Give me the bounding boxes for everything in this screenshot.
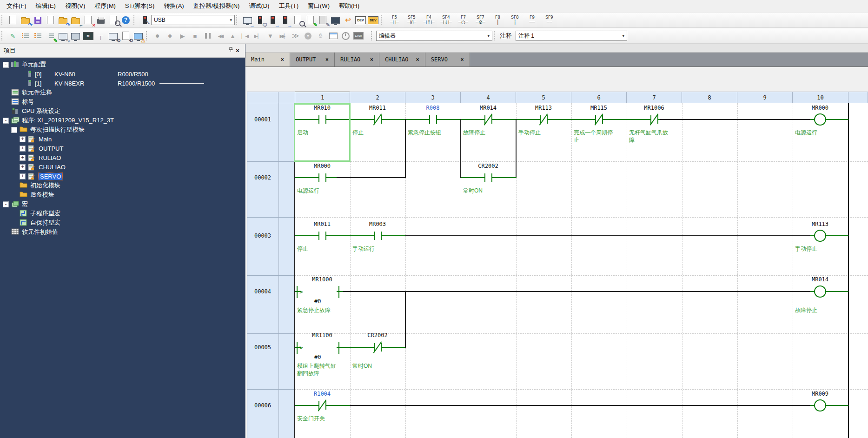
device-list-icon[interactable]: [20, 30, 31, 42]
collapse-icon[interactable]: -: [3, 201, 9, 207]
column-header-4[interactable]: 4: [460, 92, 516, 103]
plc-comment-icon[interactable]: 🗨︎: [254, 14, 266, 26]
compare-contact-mr1000[interactable]: >: [296, 286, 340, 298]
revert-transfer-icon[interactable]: ↩: [342, 14, 354, 26]
stopwatch-icon[interactable]: [340, 30, 351, 42]
rung-number[interactable]: 00003: [247, 232, 278, 239]
tree-item-device-comment[interactable]: 软元件注释: [0, 88, 245, 97]
toolbar-grip[interactable]: [236, 15, 239, 25]
step-forward-icon[interactable]: ▶▏: [252, 30, 264, 42]
fast-forward-icon[interactable]: ▶▶▏: [277, 30, 289, 42]
tree-item-subroutine-macro[interactable]: 子程序型宏: [0, 209, 245, 218]
coil-mr113[interactable]: [814, 230, 826, 242]
panel-close-icon[interactable]: ×: [234, 47, 241, 54]
contact-no-mr003[interactable]: [371, 231, 384, 241]
tab-ruliao[interactable]: RULIAO ×: [335, 53, 379, 66]
expand-icon[interactable]: +: [20, 146, 26, 152]
editor-mode-select[interactable]: 编辑器 ▾: [376, 31, 492, 41]
rung-number[interactable]: 00005: [247, 344, 278, 351]
coil-mr014[interactable]: [814, 285, 826, 298]
read-plc-icon[interactable]: →: [279, 14, 291, 26]
tree-item-scan-module-folder[interactable]: - 每次扫描执行型模块: [0, 125, 245, 134]
ladder-cursor-cell[interactable]: [294, 103, 351, 162]
clock-tool-icon[interactable]: 12:00: [352, 30, 364, 42]
collapse-icon[interactable]: -: [11, 127, 17, 133]
tab-servo[interactable]: SERVO ×: [425, 53, 470, 66]
toolbar-grip[interactable]: [1, 15, 4, 25]
tab-close-icon[interactable]: ×: [281, 56, 284, 63]
step-up-icon[interactable]: ▲: [227, 30, 239, 42]
expand-icon[interactable]: +: [20, 136, 26, 142]
device-list2-icon[interactable]: [32, 30, 44, 42]
pause-icon[interactable]: [202, 30, 213, 42]
contact-no-cr2002[interactable]: [481, 173, 495, 183]
contact-nc-mr1006[interactable]: [647, 114, 661, 125]
register-monitor-icon[interactable]: M: [82, 30, 94, 42]
tree-item-unit-0[interactable]: [0] KV-N60 R000/R500: [0, 69, 245, 79]
expand-icon[interactable]: +: [20, 173, 26, 179]
continue-icon[interactable]: ≫: [290, 30, 301, 42]
read-ladder-icon[interactable]: [45, 14, 56, 26]
expand-icon[interactable]: +: [20, 164, 26, 170]
menu-help[interactable]: 帮助(H): [334, 0, 364, 12]
fkey-sf7-not-coil[interactable]: SF7─⊘─: [472, 13, 489, 27]
tree-item-module-servo[interactable]: + SERVO: [0, 172, 245, 181]
connection-select[interactable]: USB ▾: [151, 15, 235, 25]
pc-alert-icon[interactable]: ⚠︎: [133, 30, 144, 42]
tab-close-icon[interactable]: ×: [416, 56, 419, 63]
menu-debug[interactable]: 调试(D): [244, 0, 274, 12]
trend-chart-icon[interactable]: ∿: [57, 30, 69, 42]
toolbar-grip[interactable]: [133, 15, 136, 25]
menu-edit[interactable]: 编辑(E): [31, 0, 60, 12]
contact-nc-r1004[interactable]: [315, 400, 329, 411]
fkey-sf9-delete-horizontal[interactable]: SF9┄┄: [541, 13, 558, 27]
download-circle-icon[interactable]: ▼: [302, 30, 314, 42]
paste-ladder-icon[interactable]: ⌐: [70, 14, 81, 26]
verify-icon[interactable]: ✎: [317, 14, 329, 26]
print-preview-icon[interactable]: [107, 14, 119, 26]
fkey-sf5-nc-contact[interactable]: SF5⊣/⊢: [403, 13, 420, 27]
tree-item-program[interactable]: - 程序: XL_20191209_V15_R12_3T: [0, 116, 245, 125]
menu-file[interactable]: 文件(F): [2, 0, 31, 12]
window-tool-icon[interactable]: [327, 30, 339, 42]
step-back-icon[interactable]: ▏◀: [239, 30, 251, 42]
toolbar-grip[interactable]: [146, 31, 149, 40]
tree-item-selfhold-macro[interactable]: 自保持型宏: [0, 218, 245, 227]
edit-comment-icon[interactable]: ✎: [305, 14, 316, 26]
find-device-icon[interactable]: [292, 14, 304, 26]
save-project-icon[interactable]: [32, 14, 44, 26]
import-ladder-icon[interactable]: ↷: [57, 14, 69, 26]
contact-nc-cr2002[interactable]: [371, 342, 384, 352]
ladder-editor[interactable]: 1 2 3 4 5 6 7 8 9 10: [245, 67, 868, 438]
column-header-5[interactable]: 5: [516, 92, 571, 103]
column-header-7[interactable]: 7: [626, 92, 682, 103]
pause-hand-icon[interactable]: ✋︎: [315, 30, 326, 42]
new-project-icon[interactable]: [7, 14, 19, 26]
column-header-6[interactable]: 6: [571, 92, 627, 103]
tab-main[interactable]: Main ×: [245, 53, 290, 66]
menu-convert[interactable]: 转换(A): [159, 0, 188, 12]
menu-st-script[interactable]: ST/脚本(S): [120, 0, 159, 12]
column-header-8[interactable]: 8: [682, 92, 737, 103]
contact-nc-mr011[interactable]: [371, 114, 384, 125]
record-pause-icon[interactable]: ●: [164, 30, 176, 42]
toolbar-grip[interactable]: [381, 15, 384, 25]
toolbar-grip[interactable]: [494, 31, 497, 40]
comment-set-select[interactable]: 注释 1 ▾: [516, 31, 627, 41]
transfer-to-plc-icon[interactable]: →: [242, 14, 253, 26]
write-plc-icon[interactable]: →: [267, 14, 278, 26]
rung-number[interactable]: 00006: [247, 402, 278, 409]
step-down-icon[interactable]: ▼: [265, 30, 276, 42]
tab-chuliao[interactable]: CHULIAO ×: [379, 53, 425, 66]
column-header-3[interactable]: 3: [405, 92, 461, 103]
tree-item-unit-config[interactable]: - 单元配置: [0, 60, 245, 69]
tree-item-cpu-settings[interactable]: CPU 系统设定: [0, 106, 245, 116]
tree-item-module-output[interactable]: + OUTPUT: [0, 144, 245, 153]
dev-icon[interactable]: DEV: [355, 14, 366, 26]
coil-mr000[interactable]: [814, 113, 826, 126]
pc-watch-icon[interactable]: ⟲: [107, 30, 119, 42]
tree-item-backup-module-folder[interactable]: 后备模块: [0, 190, 245, 199]
edit-pencil-icon[interactable]: ✎: [7, 30, 19, 42]
rung-number[interactable]: 00001: [247, 116, 278, 123]
fkey-f5-no-contact[interactable]: F5⊣ ⊢: [386, 13, 403, 27]
